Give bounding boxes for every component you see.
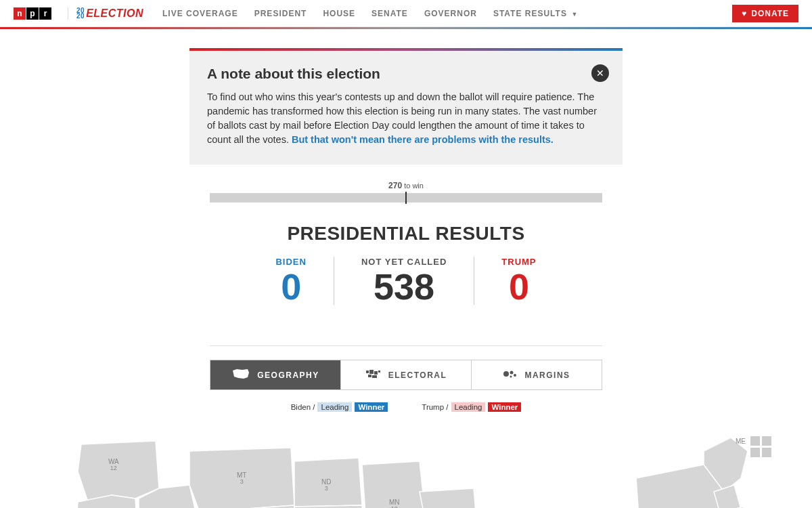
state-me-label: ME — [736, 438, 746, 445]
svg-point-9 — [510, 376, 512, 378]
chevron-down-icon: ▼ — [569, 11, 578, 18]
not-called-count: 538 — [361, 268, 447, 305]
note-title: A note about this election — [207, 66, 605, 82]
svg-rect-3 — [378, 371, 380, 373]
svg-point-6 — [503, 371, 509, 377]
svg-point-8 — [514, 374, 516, 377]
nav-governor[interactable]: GOVERNOR — [424, 9, 477, 18]
close-icon[interactable]: ✕ — [591, 64, 609, 82]
tally-row: BIDEN 0 NOT YET CALLED 538 TRUMP 0 — [0, 257, 812, 305]
legend-trump: Trump / Leading Winner — [422, 402, 521, 412]
legend-trump-winner: Winner — [488, 402, 521, 412]
nav-president[interactable]: PRESIDENT — [254, 9, 307, 18]
bar-tick — [405, 192, 407, 204]
nav-live-coverage[interactable]: LIVE COVERAGE — [162, 9, 238, 18]
tally-biden: BIDEN 0 — [248, 257, 333, 305]
gradient-bar — [0, 27, 812, 29]
bar-track — [210, 193, 602, 203]
legend-biden-leading: Leading — [317, 402, 352, 412]
toggle-electoral[interactable]: ELECTORAL — [340, 360, 471, 389]
svg-rect-2 — [374, 371, 378, 375]
svg-rect-5 — [372, 375, 377, 378]
election-note: ✕ A note about this election To find out… — [189, 48, 623, 165]
toggle-margins[interactable]: MARGINS — [471, 360, 602, 389]
trump-label: TRUMP — [501, 257, 536, 267]
state-mt[interactable]: MT3 — [237, 471, 246, 486]
heart-icon: ♥ — [742, 9, 747, 18]
note-link[interactable]: But that won't mean there are problems w… — [292, 134, 554, 145]
donate-button[interactable]: ♥ DONATE — [732, 5, 798, 22]
tally-not-called: NOT YET CALLED 538 — [334, 257, 474, 305]
state-me-boxes[interactable] — [750, 436, 771, 457]
biden-label: BIDEN — [275, 257, 306, 267]
svg-rect-1 — [369, 370, 374, 374]
nav-state-results[interactable]: STATE RESULTS ▼ — [493, 9, 578, 18]
state-nd[interactable]: ND3 — [321, 478, 331, 492]
bar-label: 270 to win — [210, 181, 602, 190]
state-mn[interactable]: MN10 — [389, 499, 400, 508]
svg-point-7 — [510, 371, 514, 375]
biden-count: 0 — [275, 268, 306, 305]
view-toggle: GEOGRAPHY ELECTORAL MARGINS — [210, 360, 602, 390]
electoral-bar: 270 to win — [210, 181, 602, 203]
cartogram-icon — [365, 369, 382, 381]
nav-house[interactable]: HOUSE — [323, 9, 355, 18]
tally-trump: TRUMP 0 — [474, 257, 563, 305]
not-called-label: NOT YET CALLED — [361, 257, 447, 267]
legend-biden: Biden / Leading Winner — [291, 402, 388, 412]
state-wa[interactable]: WA12 — [108, 458, 119, 472]
trump-count: 0 — [501, 268, 536, 305]
results-title: PRESIDENTIAL RESULTS — [0, 223, 812, 245]
nav-links: LIVE COVERAGE PRESIDENT HOUSE SENATE GOV… — [162, 9, 578, 18]
us-map-icon — [231, 368, 250, 381]
election-logo[interactable]: 2020ELECTION — [76, 7, 143, 20]
legend-biden-winner: Winner — [355, 402, 388, 412]
svg-rect-0 — [366, 371, 369, 373]
toggle-geography[interactable]: GEOGRAPHY — [210, 360, 340, 389]
top-nav: npr 2020ELECTION LIVE COVERAGE PRESIDENT… — [0, 0, 812, 27]
npr-logo[interactable]: npr — [14, 7, 51, 20]
note-body: To find out who wins this year's contest… — [207, 90, 605, 147]
divider — [68, 7, 68, 20]
bubbles-icon — [503, 369, 518, 381]
view-toggle-wrap: GEOGRAPHY ELECTORAL MARGINS — [210, 345, 602, 390]
svg-rect-4 — [368, 375, 371, 377]
us-map[interactable]: WA12 OR7 ID4 MT3 ND3 SD3 MN10 WI10 NY29 … — [0, 431, 812, 508]
map-legend: Biden / Leading Winner Trump / Leading W… — [0, 402, 812, 412]
legend-trump-leading: Leading — [451, 402, 486, 412]
nav-senate[interactable]: SENATE — [371, 9, 408, 18]
